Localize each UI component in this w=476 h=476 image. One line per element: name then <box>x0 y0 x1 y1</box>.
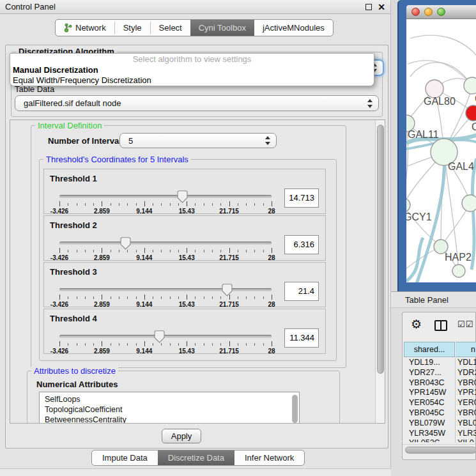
list-item[interactable]: SelfLoops <box>40 394 299 404</box>
column-header-name[interactable]: n <box>456 342 476 357</box>
tab-network[interactable]: Network <box>56 20 114 36</box>
close-icon[interactable]: ✕ <box>378 1 385 13</box>
table-hscrollbar-track[interactable] <box>403 444 475 454</box>
tick-label: 9.144 <box>136 301 152 308</box>
table-row[interactable]: YIL052CYIL0 <box>404 438 476 442</box>
tab-style[interactable]: Style <box>115 20 150 36</box>
tab-jactivemnodules[interactable]: jActiveMNodules <box>254 20 333 36</box>
table-row[interactable]: YBR045CYBR0 <box>404 408 476 418</box>
checkbox-icons[interactable]: ☑☑ <box>457 319 473 329</box>
node-label: GAL4 <box>448 161 474 172</box>
node-partial-top-right[interactable] <box>464 77 476 94</box>
threshold-value-field[interactable]: 11.344 <box>284 328 319 348</box>
slider-track[interactable] <box>59 288 272 291</box>
slider-thumb[interactable] <box>222 284 233 296</box>
table-row[interactable]: YPR145WYPR1 <box>404 388 476 398</box>
minimize-traffic-light[interactable] <box>424 8 433 16</box>
attributes-group-title: Attributes to discretize <box>31 367 118 376</box>
threshold-value-field[interactable]: 14.713 <box>284 188 319 208</box>
tick-label: 9.144 <box>136 208 152 215</box>
tab-infer-network[interactable]: Infer Network <box>234 450 304 465</box>
gear-icon[interactable]: ⚙ <box>411 317 422 332</box>
tick-label: 28 <box>268 301 275 308</box>
control-panel: Control Panel ✕ Network Style Select Cyn… <box>0 0 391 476</box>
node-label: GCY1 <box>406 211 432 222</box>
node-partial-bottom[interactable] <box>452 265 465 277</box>
num-intervals-value: 5 <box>128 134 133 148</box>
dropdown-item-manual[interactable]: Manual Discretization <box>10 65 374 75</box>
tick-label: 2.859 <box>94 254 110 261</box>
list-item[interactable]: BetweennessCentrality <box>40 415 299 424</box>
threshold-slider[interactable]: -3.426 2.859 9.144 15.43 21.715 28 <box>59 239 272 261</box>
tab-discretize-data[interactable]: Discretize Data <box>158 450 234 465</box>
list-item[interactable]: TopologicalCoefficient <box>40 404 299 415</box>
panel-title: Control Panel <box>5 0 56 14</box>
list-scrollbar[interactable] <box>292 395 298 423</box>
combo-arrows-icon <box>265 136 270 145</box>
close-traffic-light[interactable] <box>411 8 420 16</box>
table-hscrollbar-thumb[interactable] <box>405 447 476 454</box>
node-label: HAP2 <box>445 252 472 263</box>
zoom-traffic-light[interactable] <box>437 8 445 16</box>
threshold-value-field[interactable]: 6.316 <box>284 235 319 254</box>
settings-scrollbar-track[interactable] <box>375 120 385 423</box>
table-data-value: galFiltered.sif default node <box>24 96 121 111</box>
table-row[interactable]: YBR043CYBR0 <box>404 378 476 388</box>
interval-definition-title: Interval Definition <box>35 121 104 130</box>
node-label: GAL11 <box>408 129 439 140</box>
bottom-tab-bar: Impute Data Discretize Data Infer Networ… <box>91 450 305 466</box>
threshold-label: Threshold 1 <box>50 174 97 183</box>
threshold-panel-4: Threshold 4 -3.426 2.859 9.144 15.43 21.… <box>43 309 326 354</box>
node-gal80[interactable] <box>426 80 443 98</box>
network-canvas[interactable]: GAL80 G GAL11 GAL4 GCY1 H HAP2 C <box>406 19 476 282</box>
cyni-settings-panel: Discretization Algorithm Table Data galF… <box>5 45 388 449</box>
table-row[interactable]: YBL079WYBL0 <box>404 418 476 429</box>
slider-thumb[interactable] <box>154 330 165 343</box>
table-data-combobox[interactable]: galFiltered.sif default node <box>15 95 379 111</box>
tick-label: 9.144 <box>136 254 152 261</box>
threshold-slider[interactable]: -3.426 2.859 9.144 15.43 21.715 28 <box>59 286 272 307</box>
node-label: C <box>472 121 476 132</box>
tick-label: 15.43 <box>179 301 195 308</box>
control-panel-titlebar: Control Panel ✕ <box>0 0 390 14</box>
tick-label: -3.426 <box>50 301 68 308</box>
column-divider[interactable] <box>455 358 456 442</box>
slider-ticks <box>59 295 272 300</box>
slider-track[interactable] <box>59 242 272 245</box>
combo-arrows-icon <box>367 99 372 108</box>
tab-select[interactable]: Select <box>151 20 190 36</box>
node-label: GAL80 <box>424 96 456 107</box>
tab-cyni-toolbox[interactable]: Cyni Toolbox <box>190 20 254 36</box>
tick-label: 2.859 <box>94 301 110 308</box>
slider-track[interactable] <box>59 335 272 338</box>
node-table-widget: ⚙ ☑☑ shared... n YDL19...YDL1 YDR27...YD… <box>402 312 476 460</box>
slider-ticks <box>59 201 272 207</box>
tab-impute-data[interactable]: Impute Data <box>92 450 158 465</box>
network-view-window[interactable]: GAL80 G GAL11 GAL4 GCY1 H HAP2 C <box>397 0 476 291</box>
slider-thumb[interactable] <box>177 190 188 203</box>
table-row[interactable]: YDL19...YDL1 <box>404 358 476 368</box>
dropdown-item-equal-width[interactable]: Equal Width/Frequency Discretization <box>10 75 374 86</box>
num-intervals-combobox[interactable]: 5 <box>119 133 277 148</box>
slider-track[interactable] <box>59 195 272 198</box>
slider-thumb[interactable] <box>120 237 131 250</box>
node-partial-right[interactable] <box>462 195 476 211</box>
column-header-shared[interactable]: shared... <box>404 342 455 357</box>
threshold-value-field[interactable]: 21.4 <box>284 282 319 301</box>
threshold-slider[interactable]: -3.426 2.859 9.144 15.43 21.715 28 <box>59 192 272 214</box>
node-gcy1[interactable] <box>406 198 410 212</box>
settings-scrollbar-thumb[interactable] <box>377 125 384 374</box>
table-row[interactable]: YER054CYER0 <box>404 398 476 408</box>
table-row[interactable]: YLR345WYLR3 <box>404 429 476 439</box>
threshold-slider[interactable]: -3.426 2.859 9.144 15.43 21.715 28 <box>59 332 272 354</box>
tick-label: -3.426 <box>50 208 68 215</box>
table-rows: YDL19...YDL1 YDR27...YDR2 YBR043CYBR0 YP… <box>404 358 476 442</box>
float-window-icon[interactable] <box>365 4 372 10</box>
table-row[interactable]: YDR27...YDR2 <box>404 368 476 378</box>
tick-label: 21.715 <box>219 348 239 355</box>
apply-button[interactable]: Apply <box>162 429 201 443</box>
split-columns-icon[interactable] <box>434 320 447 331</box>
threshold-label: Threshold 3 <box>50 267 97 277</box>
threshold-label: Threshold 4 <box>50 314 97 323</box>
tick-label: 28 <box>268 348 275 355</box>
